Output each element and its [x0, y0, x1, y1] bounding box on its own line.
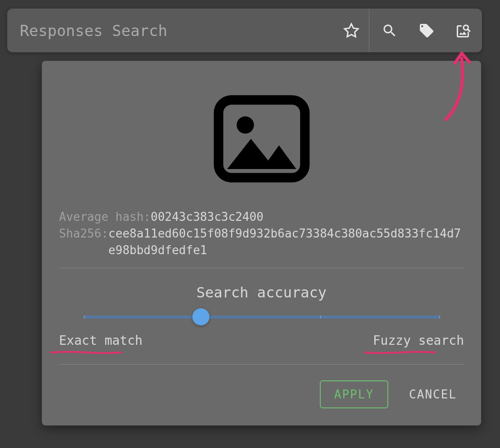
search-bar [7, 9, 482, 52]
accuracy-title: Search accuracy [59, 284, 464, 301]
divider [59, 364, 464, 365]
accuracy-section: Search accuracy Exact match Fuzzy search [59, 284, 464, 351]
search-toolbar [333, 9, 482, 52]
annotation-underline [50, 351, 122, 354]
divider [59, 268, 464, 268]
average-hash-label: Average hash: [59, 210, 151, 224]
slider-labels: Exact match Fuzzy search [59, 333, 464, 351]
star-icon [343, 23, 359, 39]
search-icon [382, 23, 398, 39]
apply-button[interactable]: APPLY [320, 380, 388, 408]
tag-button[interactable] [408, 9, 445, 52]
image-search-button[interactable] [445, 9, 482, 52]
sha256-label: Sha256: [59, 225, 109, 259]
dialog-buttons: APPLY CANCEL [59, 380, 464, 408]
annotation-underline [364, 351, 436, 354]
image-placeholder [59, 87, 464, 191]
hash-info: Average hash:00243c383c3c2400 Sha256:cee… [59, 209, 464, 259]
image-search-dialog: Average hash:00243c383c3c2400 Sha256:cee… [42, 61, 481, 425]
slider-thumb[interactable] [192, 308, 209, 325]
star-button[interactable] [333, 9, 369, 52]
responses-search-input[interactable] [7, 9, 333, 52]
fuzzy-search-label: Fuzzy search [373, 333, 464, 351]
tag-icon [418, 23, 435, 39]
average-hash-value: 00243c383c3c2400 [151, 210, 264, 224]
image-search-icon [455, 23, 472, 39]
accuracy-slider[interactable] [84, 315, 439, 319]
cancel-button[interactable]: CANCEL [402, 381, 464, 407]
slider-track [84, 315, 439, 319]
svg-point-1 [236, 116, 254, 133]
exact-match-label: Exact match [59, 333, 142, 351]
sha256-value: cee8a11ed60c15f08f9d932b6ac73384c380ac55… [109, 225, 464, 259]
search-button[interactable] [371, 9, 408, 52]
image-icon [203, 87, 320, 191]
